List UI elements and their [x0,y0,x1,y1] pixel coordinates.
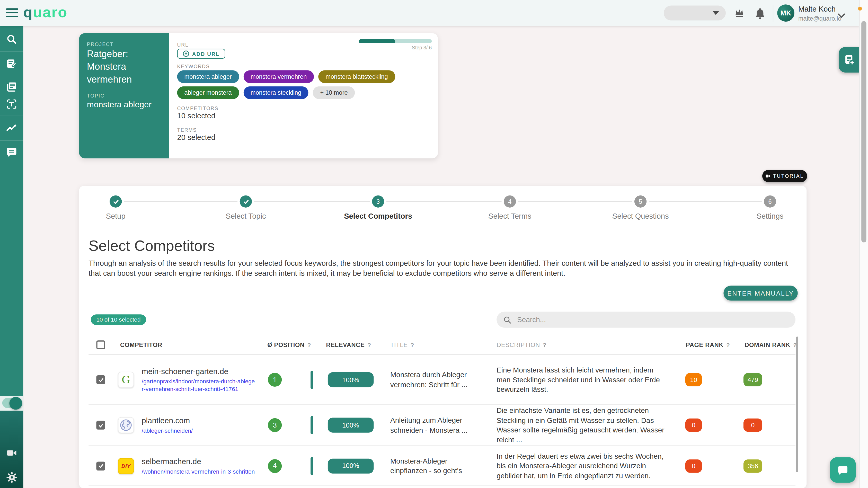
terms-label: TERMS [177,127,197,133]
user-menu-chevron-down-icon[interactable] [838,10,845,21]
page-rank-badge: 0 [685,459,702,472]
row-checkbox[interactable] [96,461,105,470]
keywords-label: KEYWORDS [177,64,210,69]
table-row: DIY selbermachen.de /wohnen/monstera-ver… [79,446,807,486]
sidebar-divider [0,52,23,52]
column-header-title[interactable]: TITLE? [390,342,414,348]
enter-manually-button[interactable]: ENTER MANUALLY [723,285,798,301]
user-avatar[interactable]: MK [777,4,795,22]
domain-rank-badge: 0 [743,419,762,432]
help-icon[interactable]: ? [543,342,547,348]
comments-icon[interactable] [0,145,23,159]
add-note-tab[interactable] [839,47,860,72]
step-select-questions[interactable]: 5 Select Questions [585,195,695,220]
keyword-chip[interactable]: monstera steckling [243,86,308,99]
table-scrollbar[interactable] [796,336,798,472]
competitor-url-link[interactable]: /wohnen/monstera-vermehren-in-3-schritte… [142,467,255,475]
video-camera-icon [766,173,770,179]
tutorial-button[interactable]: TUTORIAL [762,170,807,182]
chat-bubble-icon [836,463,850,477]
plus-circle-icon [183,51,189,57]
result-description: Die einfachste Variante ist es, den getr… [497,406,669,445]
competitors-value: 10 selected [177,112,216,120]
trend-chart-icon[interactable] [0,121,23,135]
page-description: Through an analysis of the search result… [89,258,796,278]
column-header-relevance[interactable]: RELEVANCE? [326,342,371,348]
step-number: 3 [372,195,384,208]
relevance-bar [311,416,313,434]
step-check-icon [240,195,252,208]
scrollbar-thumb[interactable] [861,21,866,243]
notification-dot [858,7,862,10]
page-scrollbar[interactable] [859,0,868,488]
step-label: Setup [60,212,171,220]
step-select-terms[interactable]: 4 Select Terms [455,195,565,220]
theme-toggle[interactable] [2,398,21,408]
step-number: 4 [504,195,516,208]
user-email: malte@quaro.io [798,15,841,22]
domain-rank-badge: 356 [743,459,762,472]
row-checkbox[interactable] [96,421,105,429]
result-title: Monstera durch Ableger vermehren: Schrit… [390,370,486,389]
settings-gear-icon[interactable] [0,470,23,484]
keyword-chip[interactable]: ableger monstera [177,86,239,99]
result-title: Anleitung zum Ableger schneiden - Monste… [390,416,486,435]
step-setup[interactable]: Setup [60,195,171,220]
select-all-checkbox[interactable] [96,340,105,349]
more-keywords-chip[interactable]: + 10 more [313,86,355,99]
terms-value: 20 selected [177,133,216,142]
column-header-page-rank[interactable]: PAGE RANK? [686,342,730,348]
table-row: plantleen.com /ableger-schneiden/ 3 100%… [79,405,807,446]
topbar: quaro MK Malte Koch malte@quaro.io [0,0,860,26]
wizard-progress-fill [359,39,395,43]
sidebar-divider [0,116,23,116]
step-label: Select Questions [585,212,695,220]
project-select-dropdown[interactable] [664,6,726,21]
step-check-icon [110,195,122,208]
crown-icon[interactable] [732,6,746,21]
step-label: Select Terms [455,212,565,220]
column-header-domain-rank[interactable]: DOMAIN RANK? [745,342,797,348]
column-header-description[interactable]: DESCRIPTION? [497,342,547,348]
video-icon[interactable] [0,446,23,460]
column-header-position[interactable]: Ø POSITION? [267,342,311,348]
competitor-domain: selbermachen.de [142,457,255,465]
competitor-cell: mein-schoener-garten.de /gartenpraxis/in… [142,367,255,393]
help-icon[interactable]: ? [307,342,311,348]
competitor-url-link[interactable]: /gartenpraxis/indoor/monstera-durch-able… [142,377,255,393]
help-icon[interactable]: ? [726,342,730,348]
documents-icon[interactable] [0,80,23,94]
sidebar-bottom [0,411,23,488]
keyword-chip[interactable]: monstera blattsteckling [318,70,395,83]
logo-dark-part: q [23,4,33,21]
position-badge: 1 [268,373,282,387]
chat-widget-button[interactable] [830,457,856,483]
site-favicon: DIY [118,458,134,474]
help-icon[interactable]: ? [410,342,414,348]
add-url-button[interactable]: ADD URL [177,49,225,59]
step-select-competitors[interactable]: 3 Select Competitors [322,195,433,220]
result-description: Eine Monstera lässt sich leicht vermehre… [497,365,669,394]
project-label: PROJECT [87,41,114,47]
quaro-logo[interactable]: quaro [23,4,67,21]
position-badge: 4 [268,459,282,473]
note-edit-icon[interactable] [0,56,23,71]
sidebar [0,26,23,488]
search-input[interactable] [516,315,789,325]
globe-icon [120,419,132,431]
text-scan-icon[interactable] [0,97,23,112]
relevance-bar [311,371,313,389]
table-row: G mein-schoener-garten.de /gartenpraxis/… [79,355,807,405]
relevance-bar [311,457,313,475]
row-checkbox[interactable] [96,375,105,384]
notifications-bell-icon[interactable] [753,6,767,21]
step-select-topic[interactable]: Select Topic [190,195,301,220]
search-icon[interactable] [0,32,23,47]
menu-icon[interactable] [6,8,18,18]
competitor-url-link[interactable]: /ableger-schneiden/ [142,427,255,434]
step-settings[interactable]: 6 Settings [715,195,825,220]
competitor-domain: plantleen.com [142,416,255,425]
keyword-chip[interactable]: monstera ableger [177,70,239,83]
keyword-chip[interactable]: monstera vermehren [243,70,314,83]
help-icon[interactable]: ? [367,342,371,348]
